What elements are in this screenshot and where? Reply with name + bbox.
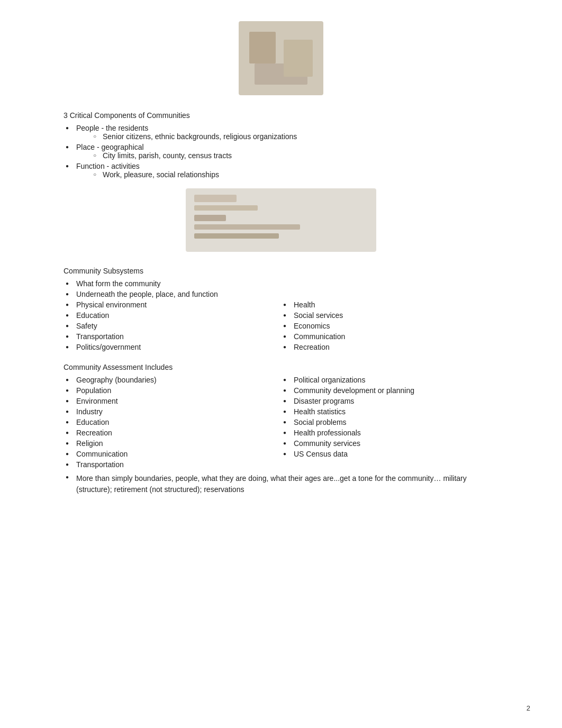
list-item: City limits, parish, county, census trac… bbox=[91, 151, 498, 160]
list-item: Work, pleasure, social relationships bbox=[91, 170, 498, 179]
list-item: Education bbox=[64, 311, 281, 320]
img2-shape1 bbox=[194, 215, 226, 221]
community-subsystems-title: Community Subsystems bbox=[64, 267, 498, 275]
list-item: Health statistics bbox=[281, 407, 498, 416]
list-item: Population bbox=[64, 386, 281, 395]
page-number: 2 bbox=[527, 704, 530, 712]
image-shape bbox=[255, 63, 307, 85]
list-item: Recreation bbox=[281, 343, 498, 351]
list-item: Health professionals bbox=[281, 429, 498, 437]
list-item: Senior citizens, ethnic backgrounds, rel… bbox=[91, 132, 498, 141]
list-item: Education bbox=[64, 418, 281, 426]
list-item: Communication bbox=[64, 450, 281, 458]
subsystems-intro-list: What form the community Underneath the p… bbox=[64, 279, 498, 298]
middle-image-container bbox=[64, 188, 498, 252]
community-assessment-section: Community Assessment Includes Geography … bbox=[64, 363, 498, 495]
list-item: Underneath the people, place, and functi… bbox=[64, 290, 498, 298]
middle-image bbox=[186, 188, 376, 252]
list-item: Environment bbox=[64, 397, 281, 405]
top-image-container bbox=[64, 21, 498, 95]
list-item: Community services bbox=[281, 439, 498, 448]
list-item: Economics bbox=[281, 322, 498, 330]
list-item: Community development or planning bbox=[281, 386, 498, 395]
list-item: Communication bbox=[281, 332, 498, 341]
sub-list: Work, pleasure, social relationships bbox=[91, 170, 498, 179]
img2-shape3 bbox=[194, 233, 279, 239]
list-item: Industry bbox=[64, 407, 281, 416]
list-item: Political organizations bbox=[281, 376, 498, 384]
list-item: What form the community bbox=[64, 279, 498, 288]
top-image bbox=[239, 21, 323, 95]
img2-shape2 bbox=[194, 224, 300, 230]
assessment-col2: Political organizations Community develo… bbox=[281, 376, 498, 471]
list-item: Geography (boundaries) bbox=[64, 376, 281, 384]
subsystems-col1: Physical environment Education Safety Tr… bbox=[64, 301, 281, 353]
list-item: Disaster programs bbox=[281, 397, 498, 405]
list-item: Transportation bbox=[64, 332, 281, 341]
list-item: Religion bbox=[64, 439, 281, 448]
critical-components-list: People - the residents Senior citizens, … bbox=[64, 124, 498, 179]
critical-components-title: 3 Critical Components of Communities bbox=[64, 111, 498, 120]
list-item: Health bbox=[281, 301, 498, 309]
community-assessment-title: Community Assessment Includes bbox=[64, 363, 498, 371]
sub-list: Senior citizens, ethnic backgrounds, rel… bbox=[91, 132, 498, 141]
assessment-columns: Geography (boundaries) Population Enviro… bbox=[64, 376, 498, 471]
list-item: Function - activities Work, pleasure, so… bbox=[64, 162, 498, 179]
list-item: US Census data bbox=[281, 450, 498, 458]
list-item: Recreation bbox=[64, 429, 281, 437]
list-item: Physical environment bbox=[64, 301, 281, 309]
community-subsystems-section: Community Subsystems What form the commu… bbox=[64, 267, 498, 353]
subsystems-col2: Health Social services Economics Communi… bbox=[281, 301, 498, 353]
subsystems-columns: Physical environment Education Safety Tr… bbox=[64, 301, 498, 353]
list-item: Social problems bbox=[281, 418, 498, 426]
list-item: Safety bbox=[64, 322, 281, 330]
list-item: Social services bbox=[281, 311, 498, 320]
long-text-item: More than simply boundaries, people, wha… bbox=[64, 473, 498, 495]
list-item: People - the residents Senior citizens, … bbox=[64, 124, 498, 141]
list-item: Place - geographical City limits, parish… bbox=[64, 143, 498, 160]
critical-components-section: 3 Critical Components of Communities Peo… bbox=[64, 111, 498, 179]
list-item: Transportation bbox=[64, 460, 281, 469]
sub-list: City limits, parish, county, census trac… bbox=[91, 151, 498, 160]
assessment-col1: Geography (boundaries) Population Enviro… bbox=[64, 376, 281, 471]
list-item: Politics/government bbox=[64, 343, 281, 351]
